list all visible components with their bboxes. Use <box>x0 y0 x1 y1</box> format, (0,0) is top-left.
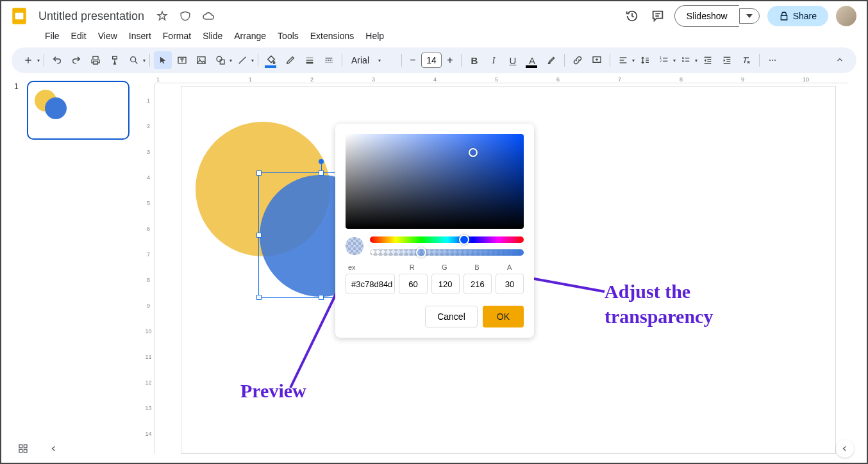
r-input[interactable] <box>399 274 427 294</box>
resize-handle[interactable] <box>256 170 262 176</box>
saturation-value-field[interactable] <box>346 134 524 229</box>
font-selector[interactable]: Arial▾ <box>346 55 397 65</box>
border-weight-button[interactable] <box>301 51 319 69</box>
slideshow-button[interactable]: Slideshow <box>674 5 739 27</box>
paint-format-button[interactable] <box>106 51 124 69</box>
sv-cursor[interactable] <box>469 148 478 157</box>
hue-slider[interactable] <box>370 236 524 243</box>
bulleted-list-dropdown[interactable]: ▾ <box>695 58 697 63</box>
numbered-list-button[interactable]: 12 <box>655 51 673 69</box>
g-input[interactable] <box>431 274 460 294</box>
print-button[interactable] <box>87 51 104 69</box>
menu-help[interactable]: Help <box>360 28 389 44</box>
share-button[interactable]: Share <box>767 6 828 26</box>
zoom-button[interactable] <box>125 51 143 69</box>
font-size-control: − + <box>406 53 457 68</box>
svg-rect-1 <box>15 13 24 20</box>
bold-button[interactable]: B <box>465 51 483 69</box>
menu-arrange[interactable]: Arrange <box>229 28 271 44</box>
lock-icon <box>779 11 789 21</box>
color-preview-swatch <box>346 237 363 255</box>
menu-format[interactable]: Format <box>158 28 196 44</box>
alpha-thumb[interactable] <box>416 247 426 258</box>
toolbar: ▾ ▾ ▾ ▾ Arial▾ − + B I U A ▾ 12 ▾ ▾ <box>12 47 856 73</box>
line-dropdown[interactable]: ▾ <box>251 58 254 63</box>
menu-extensions[interactable]: Extensions <box>305 28 359 44</box>
shape-tool[interactable] <box>212 51 230 69</box>
vertical-ruler: 1234567891011121314 <box>142 83 155 454</box>
new-slide-dropdown[interactable]: ▾ <box>37 58 40 63</box>
document-title[interactable]: Untitled presentation <box>35 8 148 24</box>
indent-decrease-button[interactable] <box>699 51 717 69</box>
underline-button[interactable]: U <box>504 51 522 69</box>
b-input[interactable] <box>463 274 492 294</box>
italic-button[interactable]: I <box>485 51 503 69</box>
fill-color-button[interactable] <box>262 51 280 69</box>
text-color-button[interactable]: A <box>523 51 541 69</box>
annotation-transparency-label: Adjust the transparency <box>605 279 713 329</box>
collapse-panel-icon[interactable] <box>45 440 63 458</box>
hue-thumb[interactable] <box>459 235 469 245</box>
menu-slide[interactable]: Slide <box>197 28 228 44</box>
bulleted-list-button[interactable] <box>677 51 695 69</box>
line-spacing-button[interactable] <box>636 51 654 69</box>
svg-rect-43 <box>19 449 22 452</box>
alpha-slider[interactable] <box>370 249 524 256</box>
line-tool[interactable] <box>233 51 251 69</box>
svg-rect-10 <box>220 60 224 64</box>
rotate-handle[interactable] <box>319 159 324 164</box>
resize-handle[interactable] <box>256 295 262 300</box>
menu-edit[interactable]: Edit <box>66 28 92 44</box>
slide-thumbnail-1[interactable] <box>27 81 129 140</box>
align-button[interactable] <box>614 51 632 69</box>
hex-input[interactable] <box>346 274 395 294</box>
redo-button[interactable] <box>67 51 85 69</box>
slide-panel: 1 <box>1 73 142 464</box>
align-dropdown[interactable]: ▾ <box>632 58 635 63</box>
account-avatar[interactable] <box>836 6 856 26</box>
a-input[interactable] <box>496 274 524 294</box>
more-button[interactable] <box>764 51 781 69</box>
undo-button[interactable] <box>48 51 66 69</box>
slides-logo[interactable] <box>8 4 31 28</box>
zoom-dropdown[interactable]: ▾ <box>143 58 146 63</box>
comment-button[interactable] <box>588 51 606 69</box>
menu-insert[interactable]: Insert <box>124 28 156 44</box>
font-size-increase[interactable]: + <box>443 53 457 68</box>
new-slide-button[interactable] <box>19 51 37 69</box>
collapse-toolbar-button[interactable] <box>831 51 849 69</box>
numbered-list-dropdown[interactable]: ▾ <box>673 58 676 63</box>
cancel-button[interactable]: Cancel <box>425 306 478 327</box>
menu-view[interactable]: View <box>93 28 122 44</box>
border-dash-button[interactable] <box>320 51 338 69</box>
font-size-input[interactable] <box>421 53 442 68</box>
link-button[interactable] <box>569 51 587 69</box>
shape-dropdown[interactable]: ▾ <box>230 58 232 63</box>
textbox-tool[interactable] <box>173 51 191 69</box>
slide-canvas[interactable]: ex R G B A Cancel OK <box>181 86 836 454</box>
indent-increase-button[interactable] <box>718 51 736 69</box>
image-tool[interactable] <box>192 51 210 69</box>
svg-point-9 <box>217 56 222 62</box>
svg-point-39 <box>772 60 773 61</box>
ok-button[interactable]: OK <box>483 306 524 327</box>
menu-file[interactable]: File <box>40 28 65 44</box>
explore-button[interactable] <box>836 440 854 458</box>
select-tool[interactable] <box>154 51 172 69</box>
history-icon[interactable] <box>623 7 641 25</box>
cloud-status-icon[interactable] <box>199 7 217 25</box>
slideshow-dropdown[interactable] <box>739 8 760 24</box>
comments-icon[interactable] <box>649 7 667 25</box>
resize-handle[interactable] <box>319 170 324 176</box>
font-size-decrease[interactable]: − <box>406 53 420 68</box>
grid-view-icon[interactable] <box>14 440 32 458</box>
star-icon[interactable] <box>153 7 171 25</box>
clear-formatting-button[interactable] <box>737 51 755 69</box>
resize-handle[interactable] <box>319 295 324 300</box>
border-color-button[interactable] <box>281 51 299 69</box>
move-icon[interactable] <box>176 7 194 25</box>
highlight-button[interactable] <box>542 51 560 69</box>
menu-tools[interactable]: Tools <box>272 28 304 44</box>
svg-point-38 <box>769 60 771 61</box>
resize-handle[interactable] <box>256 233 262 238</box>
